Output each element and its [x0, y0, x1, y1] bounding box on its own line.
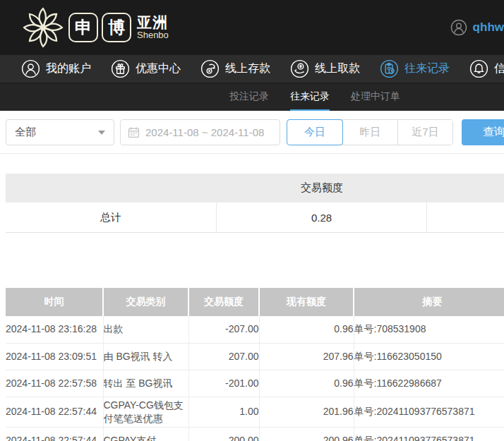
- transactions-section: 时间 交易类别 交易额度 现有额度 摘要 2024-11-08 23:16:28…: [6, 288, 504, 441]
- table-row: 2024-11-08 22:57:44 CGPAY-CG钱包支付笔笔送优惠 1.…: [6, 397, 504, 427]
- gift-icon: [111, 59, 130, 78]
- nav-label: 信息: [494, 61, 504, 76]
- nav-label: 线上存款: [225, 61, 270, 76]
- page-root: 申 博 亚洲 Shenbo qhhw 我的账户: [0, 0, 504, 441]
- cell-amount: 200.00: [188, 427, 259, 441]
- summary-empty-cell: [427, 203, 504, 232]
- category-select-value: 全部: [15, 126, 36, 139]
- cell-time: 2024-11-08 22:57:44: [6, 427, 103, 441]
- cell-summary: 单号:708531908: [354, 316, 504, 343]
- cell-balance: 200.96: [259, 427, 354, 441]
- nav-item-online-withdraw[interactable]: 线上取款: [290, 59, 360, 78]
- cell-time: 2024-11-08 23:16:28: [6, 316, 103, 343]
- quick-date-group: 今日 昨日 近7日: [287, 119, 453, 145]
- tab-betting-records[interactable]: 投注记录: [229, 83, 269, 111]
- cell-time: 2024-11-08 23:09:51: [6, 343, 103, 370]
- user-area[interactable]: qhhw: [450, 19, 504, 36]
- col-header-amount: 交易额度: [188, 288, 259, 316]
- transactions-body: 2024-11-08 23:16:28 出款 -207.00 0.96 单号:7…: [6, 316, 504, 441]
- brand-region-label: 亚洲: [137, 14, 169, 30]
- brand-char-1: 申: [68, 13, 98, 42]
- nav-item-promotions[interactable]: 优惠中心: [111, 59, 181, 78]
- summary-total-label: 总计: [6, 203, 217, 232]
- brand-latin-label: Shenbo: [137, 30, 169, 40]
- account-icon: [21, 59, 40, 78]
- category-select[interactable]: 全部: [6, 119, 114, 145]
- cell-type: CGPAY支付: [103, 427, 188, 441]
- table-row: 2024-11-08 23:16:28 出款 -207.00 0.96 单号:7…: [6, 316, 504, 343]
- calendar-icon: [128, 126, 140, 138]
- nav-label: 线上取款: [315, 61, 360, 76]
- summary-table: 交易额度 总计 0.28: [6, 174, 504, 233]
- nav-item-messages[interactable]: 信息: [469, 59, 504, 78]
- cell-summary: 单号:116623050150: [354, 343, 504, 370]
- table-row: 2024-11-08 22:57:44 CGPAY支付 200.00 200.9…: [6, 427, 504, 441]
- tab-transaction-records[interactable]: 往来记录: [290, 83, 330, 111]
- nav-item-online-deposit[interactable]: 线上存款: [200, 59, 270, 78]
- cell-time: 2024-11-08 22:57:58: [6, 370, 103, 397]
- deposit-icon: [200, 59, 220, 78]
- records-icon: [380, 59, 399, 78]
- summary-total-row: 总计 0.28: [6, 203, 504, 233]
- filter-bar: 全部 2024-11-08 ~ 2024-11-08 今日 昨日 近7日 查询: [0, 111, 504, 154]
- today-button[interactable]: 今日: [287, 120, 342, 145]
- tab-bar: 投注记录 往来记录 处理中订单: [0, 83, 504, 111]
- brand-char-2: 博: [102, 13, 131, 42]
- chevron-down-icon: [98, 131, 105, 135]
- flower-logo-icon: [21, 6, 65, 49]
- summary-total-value: 0.28: [217, 203, 427, 232]
- nav-label: 我的账户: [46, 61, 91, 76]
- cell-summary: 单号:202411093776573871: [354, 397, 504, 427]
- cell-amount: 207.00: [188, 343, 259, 370]
- date-range-value: 2024-11-08 ~ 2024-11-08: [145, 126, 264, 138]
- cell-balance: 0.96: [259, 316, 354, 343]
- bell-icon: [469, 59, 488, 78]
- col-header-balance: 现有额度: [259, 288, 354, 316]
- col-header-type: 交易类别: [103, 288, 188, 316]
- cell-summary: 单号:116622986687: [354, 370, 504, 397]
- cell-amount: 1.00: [188, 397, 259, 427]
- top-header: 申 博 亚洲 Shenbo qhhw: [0, 0, 504, 55]
- username-label[interactable]: qhhw: [473, 20, 504, 35]
- cell-type: CGPAY-CG钱包支付笔笔送优惠: [103, 397, 188, 427]
- summary-header-row: 交易额度: [6, 174, 504, 203]
- nav-label: 往来记录: [404, 61, 450, 76]
- nav-item-my-account[interactable]: 我的账户: [21, 59, 91, 78]
- last7days-button[interactable]: 近7日: [397, 120, 452, 145]
- yesterday-button[interactable]: 昨日: [342, 120, 397, 145]
- cell-balance: 0.96: [259, 370, 354, 397]
- cell-amount: -201.00: [188, 370, 259, 397]
- cell-amount: -207.00: [188, 316, 259, 343]
- transactions-table: 时间 交易类别 交易额度 现有额度 摘要 2024-11-08 23:16:28…: [6, 288, 504, 441]
- cell-type: 转出 至 BG视讯: [103, 370, 188, 397]
- main-nav: 我的账户 优惠中心 线上存款: [0, 55, 504, 83]
- table-header-row: 时间 交易类别 交易额度 现有额度 摘要: [6, 288, 504, 316]
- cell-balance: 201.96: [259, 397, 354, 427]
- tab-pending-orders[interactable]: 处理中订单: [351, 83, 400, 111]
- cell-time: 2024-11-08 22:57:44: [6, 397, 103, 427]
- nav-item-transaction-records[interactable]: 往来记录: [380, 59, 450, 78]
- nav-label: 优惠中心: [136, 61, 181, 76]
- cell-type: 由 BG视讯 转入: [103, 343, 188, 370]
- brand-logo[interactable]: 申 博 亚洲 Shenbo: [21, 6, 169, 49]
- col-header-summary: 摘要: [354, 288, 504, 316]
- table-row: 2024-11-08 23:09:51 由 BG视讯 转入 207.00 207…: [6, 343, 504, 370]
- cell-summary: 单号:202411093776573871: [354, 427, 504, 441]
- summary-header-amount: 交易额度: [217, 181, 427, 195]
- cell-balance: 207.96: [259, 343, 354, 370]
- table-row: 2024-11-08 22:57:58 转出 至 BG视讯 -201.00 0.…: [6, 370, 504, 397]
- date-range-input[interactable]: 2024-11-08 ~ 2024-11-08: [120, 119, 280, 145]
- cell-type: 出款: [103, 316, 188, 343]
- withdraw-icon: [290, 59, 309, 78]
- user-avatar-icon: [450, 19, 467, 36]
- col-header-time: 时间: [6, 288, 103, 316]
- query-button[interactable]: 查询: [462, 119, 504, 145]
